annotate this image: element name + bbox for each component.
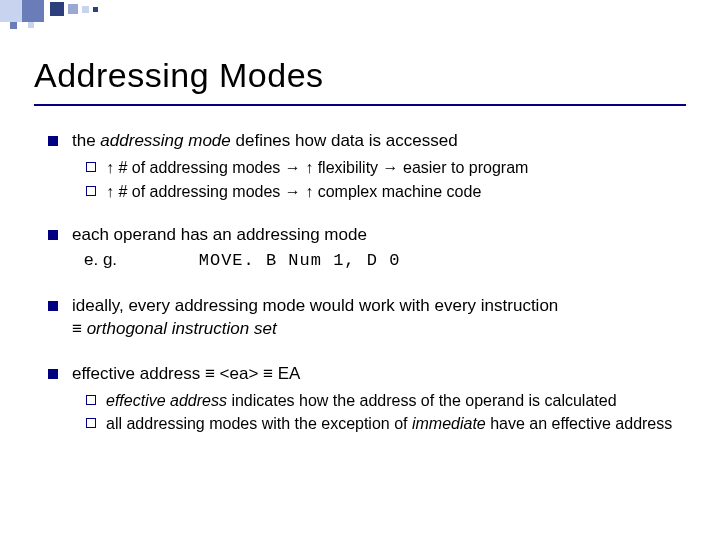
bullet-list: the addressing mode defines how data is … — [44, 130, 684, 435]
sub-bullet-list: effective address indicates how the addr… — [72, 390, 684, 435]
deco-square — [50, 2, 64, 16]
slide: Addressing Modes the addressing mode def… — [0, 0, 720, 540]
body-text: have an effective address — [486, 415, 673, 432]
deco-square — [82, 6, 89, 13]
example-code: MOVE. B Num 1, D 0 — [199, 251, 401, 270]
body-text: the — [72, 131, 100, 150]
bullet-item: effective address ≡ <ea> ≡ EA effective … — [44, 363, 684, 435]
body-text: ≡ — [72, 319, 87, 338]
bullet-item: each operand has an addressing mode e. g… — [44, 224, 684, 273]
body-text-emph: effective address — [106, 392, 227, 409]
body-text: ↑ # of addressing modes → ↑ complex mach… — [106, 183, 481, 200]
example-label: e. g. — [84, 249, 194, 272]
example-line: e. g. MOVE. B Num 1, D 0 — [72, 249, 684, 273]
bullet-item: the addressing mode defines how data is … — [44, 130, 684, 202]
deco-square — [68, 4, 78, 14]
title-divider — [34, 104, 686, 106]
slide-title: Addressing Modes — [34, 56, 324, 95]
body-text-emph: immediate — [412, 415, 486, 432]
deco-square — [22, 0, 44, 22]
body-text: all addressing modes with the exception … — [106, 415, 412, 432]
bullet-item: ideally, every addressing mode would wor… — [44, 295, 684, 341]
deco-square — [28, 22, 34, 28]
deco-square — [10, 22, 17, 29]
body-text: ↑ # of addressing modes → ↑ flexibility … — [106, 159, 528, 176]
body-text: each operand has an addressing mode — [72, 225, 367, 244]
body-text-emph: addressing mode — [100, 131, 230, 150]
body-text: defines how data is accessed — [231, 131, 458, 150]
sub-bullet-list: ↑ # of addressing modes → ↑ flexibility … — [72, 157, 684, 202]
body-text: effective address ≡ <ea> ≡ EA — [72, 364, 300, 383]
sub-bullet-item: effective address indicates how the addr… — [84, 390, 684, 412]
slide-body: the addressing mode defines how data is … — [44, 130, 684, 457]
sub-bullet-item: all addressing modes with the exception … — [84, 413, 684, 435]
sub-bullet-item: ↑ # of addressing modes → ↑ complex mach… — [84, 181, 684, 203]
sub-bullet-item: ↑ # of addressing modes → ↑ flexibility … — [84, 157, 684, 179]
corner-decoration — [0, 0, 160, 30]
body-text: indicates how the address of the operand… — [227, 392, 617, 409]
body-text-emph: orthogonal instruction set — [87, 319, 277, 338]
deco-square — [0, 0, 22, 22]
body-text: ideally, every addressing mode would wor… — [72, 296, 558, 315]
deco-square — [93, 7, 98, 12]
